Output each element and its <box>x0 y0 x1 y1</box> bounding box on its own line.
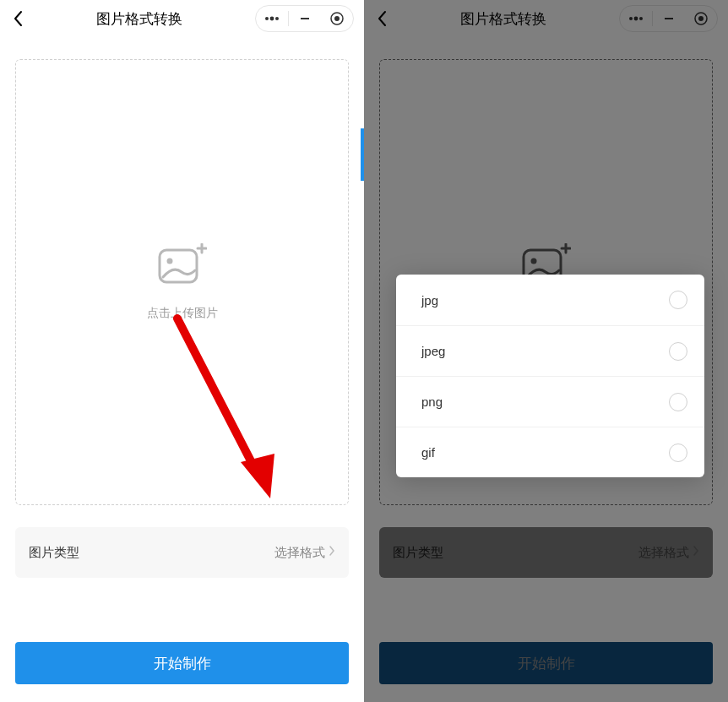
format-option-jpg[interactable]: jpg <box>396 275 704 325</box>
upload-area[interactable]: 点击上传图片 <box>15 59 349 505</box>
radio-icon <box>669 291 687 309</box>
svg-point-2 <box>275 17 279 20</box>
start-button-label: 开始制作 <box>154 654 211 673</box>
format-option-gif[interactable]: gif <box>396 427 704 477</box>
mini-program-capsule <box>255 5 354 32</box>
format-picker-popup: jpg jpeg png gif <box>396 275 704 477</box>
image-type-value: 选择格式 <box>274 545 325 561</box>
image-type-label: 图片类型 <box>29 545 79 561</box>
back-button[interactable] <box>10 10 27 27</box>
minimize-button[interactable] <box>289 5 321 32</box>
format-option-label: gif <box>421 445 435 460</box>
chevron-right-icon <box>329 545 335 560</box>
svg-rect-6 <box>160 250 197 282</box>
screen-with-popup: 图片格式转换 点击 <box>364 0 728 702</box>
image-type-row[interactable]: 图片类型 选择格式 <box>15 527 349 578</box>
more-button[interactable] <box>256 5 288 32</box>
close-button[interactable] <box>321 5 353 32</box>
image-placeholder-icon <box>158 243 207 287</box>
format-option-label: jpg <box>421 293 438 307</box>
svg-point-5 <box>334 16 340 21</box>
radio-icon <box>669 444 687 462</box>
upload-hint-text: 点击上传图片 <box>147 306 218 321</box>
top-bar: 图片格式转换 <box>0 0 364 37</box>
format-option-label: jpeg <box>421 344 445 358</box>
page-title: 图片格式转换 <box>27 9 252 29</box>
start-button[interactable]: 开始制作 <box>15 642 349 684</box>
radio-icon <box>669 342 687 361</box>
svg-point-0 <box>265 17 269 20</box>
svg-point-7 <box>166 258 172 264</box>
svg-point-1 <box>270 17 274 21</box>
format-option-png[interactable]: png <box>396 376 704 427</box>
format-option-label: png <box>421 395 443 409</box>
screen-main: 图片格式转换 点击 <box>0 0 364 702</box>
format-option-jpeg[interactable]: jpeg <box>396 325 704 376</box>
radio-icon <box>669 393 687 411</box>
content-area: 点击上传图片 图片类型 选择格式 开始制作 <box>0 59 364 684</box>
